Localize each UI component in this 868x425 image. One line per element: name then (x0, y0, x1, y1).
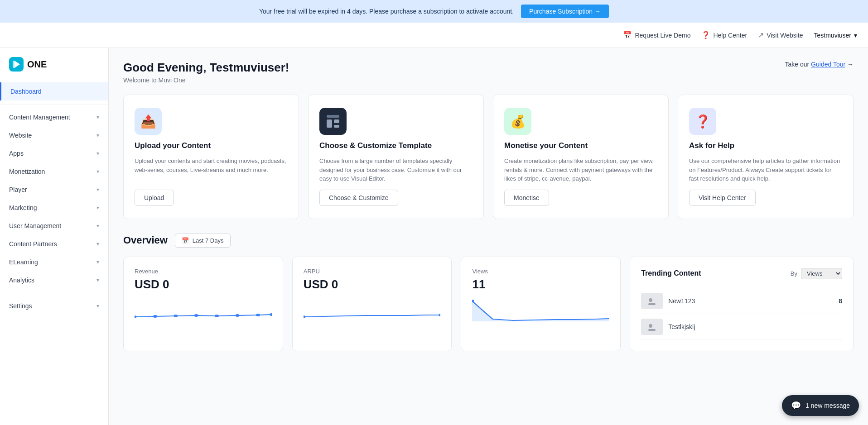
trending-thumb (641, 319, 663, 335)
svg-point-8 (153, 315, 157, 318)
stat-value: USD 0 (304, 277, 441, 291)
trending-by-select[interactable]: Views Revenue (801, 268, 842, 279)
card-title: Upload your Content (135, 141, 288, 150)
greeting-title: Good Evening, Testmuviuser! (123, 61, 289, 75)
sidebar-item-apps[interactable]: Apps ▾ (0, 144, 108, 162)
guided-tour-prefix: Take our (785, 61, 811, 68)
trending-item-count: 8 (839, 297, 842, 305)
logo: ONE (0, 48, 108, 79)
greeting-text: Good Evening, Testmuviuser! Welcome to M… (123, 61, 289, 84)
sidebar-item-label: Player (9, 186, 27, 193)
sidebar-item-label: User Management (9, 222, 61, 229)
trending-thumb (641, 293, 663, 309)
sidebar-item-website[interactable]: Website ▾ (0, 126, 108, 144)
logo-icon (9, 57, 24, 72)
logo-text: ONE (27, 59, 47, 70)
chevron-right-icon: ▾ (96, 277, 99, 283)
overview-title: Overview (123, 234, 168, 246)
sidebar-item-elearning[interactable]: ELearning ▾ (0, 253, 108, 271)
sidebar-item-content-management[interactable]: Content Management ▾ (0, 108, 108, 126)
svg-rect-3 (327, 115, 339, 118)
visit-help-center-button[interactable]: Visit Help Center (689, 190, 756, 206)
chat-bubble[interactable]: 💬 1 new message (782, 395, 859, 416)
calendar-icon: 📅 (623, 31, 632, 39)
request-demo-nav[interactable]: 📅 Request Live Demo (623, 31, 690, 39)
svg-point-13 (256, 314, 260, 316)
svg-rect-2 (13, 61, 15, 68)
svg-point-16 (439, 314, 441, 316)
svg-point-20 (649, 298, 652, 302)
sidebar-divider (0, 104, 108, 105)
sidebar-item-label: Settings (9, 302, 32, 310)
chevron-right-icon: ▾ (96, 150, 99, 157)
app-layout: ONE Dashboard Content Management ▾ Websi… (0, 48, 868, 425)
svg-rect-21 (648, 303, 656, 305)
user-menu[interactable]: Testmuviuser ▾ (814, 32, 857, 39)
revenue-chart (135, 299, 272, 321)
upload-button[interactable]: Upload (135, 190, 174, 206)
chevron-right-icon: ▾ (96, 259, 99, 265)
calendar-icon: 📅 (182, 237, 189, 244)
sidebar-item-content-partners[interactable]: Content Partners ▾ (0, 235, 108, 253)
chevron-right-icon: ▾ (96, 303, 99, 309)
card-desc: Create monetization plans like subscript… (504, 157, 657, 183)
card-title: Ask for Help (689, 141, 842, 150)
action-cards: 📤 Upload your Content Upload your conten… (123, 95, 854, 219)
svg-point-9 (174, 315, 178, 317)
monetise-content-card: 💰 Monetise your Content Create monetizat… (493, 95, 669, 219)
by-label: By (791, 270, 797, 277)
visit-website-label: Visit Website (767, 32, 803, 39)
revenue-stat-card: Revenue USD 0 (123, 257, 283, 351)
views-chart (472, 299, 609, 321)
stat-label: Revenue (135, 268, 272, 275)
sidebar-item-settings[interactable]: Settings ▾ (0, 297, 108, 315)
trending-item-name: New1123 (668, 297, 833, 305)
chevron-right-icon: ▾ (96, 168, 99, 175)
main-content: Good Evening, Testmuviuser! Welcome to M… (109, 48, 868, 425)
sidebar: ONE Dashboard Content Management ▾ Websi… (0, 48, 109, 425)
sidebar-item-label: Marketing (9, 204, 37, 211)
sidebar-item-label: Content Partners (9, 240, 57, 248)
sidebar-item-analytics[interactable]: Analytics ▾ (0, 271, 108, 289)
svg-point-7 (135, 315, 137, 318)
sidebar-item-monetization[interactable]: Monetization ▾ (0, 162, 108, 181)
card-desc: Choose from a large number of templates … (319, 157, 473, 183)
stat-value: USD 0 (135, 277, 272, 291)
svg-rect-24 (648, 329, 656, 331)
sidebar-item-dashboard[interactable]: Dashboard (0, 82, 108, 100)
sidebar-item-marketing[interactable]: Marketing ▾ (0, 199, 108, 217)
choose-customize-button[interactable]: Choose & Customize (319, 190, 398, 206)
trending-item-name: Testlkjsklj (668, 323, 837, 330)
sidebar-item-label: ELearning (9, 258, 38, 266)
sidebar-item-label: Monetization (9, 168, 45, 175)
sidebar-item-user-management[interactable]: User Management ▾ (0, 217, 108, 235)
trending-title: Trending Content (641, 269, 701, 277)
monetise-button[interactable]: Monetise (504, 190, 549, 206)
template-icon (319, 108, 347, 135)
overview-header: Overview 📅 Last 7 Days (123, 234, 854, 248)
svg-point-15 (304, 315, 306, 318)
guided-tour-link[interactable]: Guided Tour (811, 61, 845, 68)
trending-item: New1123 8 (641, 288, 842, 314)
trial-banner: Your free trial will be expired in 4 day… (0, 0, 868, 23)
sidebar-item-player[interactable]: Player ▾ (0, 181, 108, 199)
trending-header: Trending Content By Views Revenue (641, 268, 842, 279)
svg-point-23 (649, 324, 652, 328)
sidebar-item-label: Content Management (9, 114, 70, 121)
greeting-section: Good Evening, Testmuviuser! Welcome to M… (123, 61, 854, 84)
header: 📅 Request Live Demo ❓ Help Center ↗ Visi… (0, 23, 868, 48)
chevron-right-icon: ▾ (96, 186, 99, 193)
date-filter-button[interactable]: 📅 Last 7 Days (175, 234, 231, 248)
external-link-icon: ↗ (758, 31, 764, 39)
purchase-subscription-button[interactable]: Purchase Subscription → (521, 5, 609, 18)
arpu-chart (304, 299, 441, 321)
help-center-nav[interactable]: ❓ Help Center (701, 31, 747, 39)
upload-content-card: 📤 Upload your Content Upload your conten… (123, 95, 299, 219)
stat-label: ARPU (304, 268, 441, 275)
stats-row: Revenue USD 0 (123, 257, 854, 351)
visit-website-nav[interactable]: ↗ Visit Website (758, 31, 803, 39)
upload-icon: 📤 (135, 108, 162, 135)
trending-by: By Views Revenue (791, 268, 842, 279)
svg-point-12 (235, 314, 239, 317)
card-desc: Use our comprehensive help articles to g… (689, 157, 842, 183)
